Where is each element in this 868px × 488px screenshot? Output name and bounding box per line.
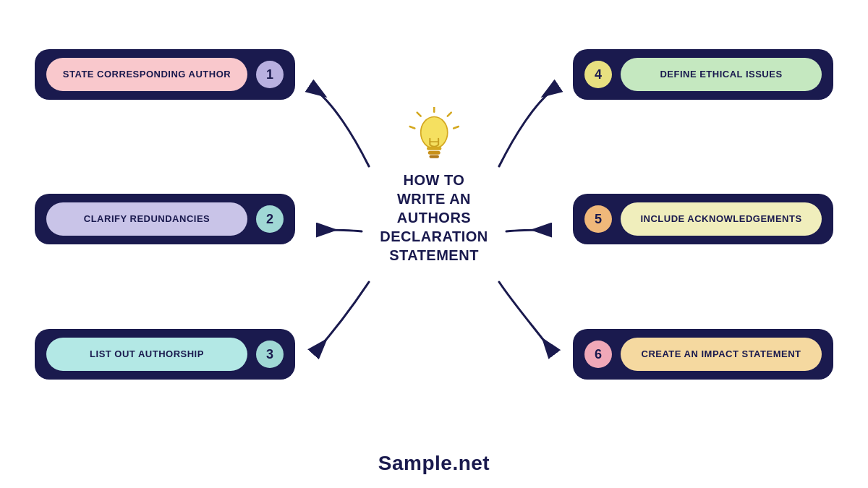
card-2-pill: CLARIFY REDUNDANCIES <box>46 202 247 236</box>
card-2: CLARIFY REDUNDANCIES 2 <box>35 194 295 244</box>
card-5: 5 INCLUDE ACKNOWLEDGEMENTS <box>573 194 833 244</box>
svg-line-4 <box>409 127 414 129</box>
card-4-pill: DEFINE ETHICAL ISSUES <box>621 58 822 91</box>
card-4: 4 DEFINE ETHICAL ISSUES <box>573 49 833 100</box>
svg-rect-8 <box>428 151 441 155</box>
card-6-pill: CREATE AN IMPACT STATEMENT <box>621 338 822 371</box>
card-3-pill: LIST OUT AUTHORSHIP <box>46 338 247 371</box>
svg-rect-7 <box>427 147 441 150</box>
card-3: LIST OUT AUTHORSHIP 3 <box>35 329 295 380</box>
svg-point-5 <box>420 116 447 148</box>
svg-line-2 <box>454 127 459 129</box>
card-5-pill: INCLUDE ACKNOWLEDGEMENTS <box>621 202 822 236</box>
main-container: STATE CORRESPONDING AUTHOR 1 CLARIFY RED… <box>0 0 868 488</box>
card-6: 6 CREATE AN IMPACT STATEMENT <box>573 329 833 380</box>
card-1: STATE CORRESPONDING AUTHOR 1 <box>35 49 295 100</box>
svg-line-3 <box>417 113 420 116</box>
card-1-badge: 1 <box>256 61 284 88</box>
svg-line-1 <box>448 113 451 116</box>
card-4-badge: 4 <box>584 61 612 88</box>
lightbulb-icon <box>409 107 459 165</box>
card-2-badge: 2 <box>256 205 284 233</box>
center-title: HOW TOWRITE ANAUTHORSDECLARATIONSTATEMEN… <box>380 171 488 265</box>
card-5-badge: 5 <box>584 205 612 233</box>
card-3-badge: 3 <box>256 341 284 368</box>
card-1-pill: STATE CORRESPONDING AUTHOR <box>46 58 247 91</box>
footer-brand: Sample.net <box>378 452 490 475</box>
svg-rect-9 <box>429 155 438 158</box>
center-area: HOW TOWRITE ANAUTHORSDECLARATIONSTATEMEN… <box>380 107 488 265</box>
card-6-badge: 6 <box>584 341 612 368</box>
